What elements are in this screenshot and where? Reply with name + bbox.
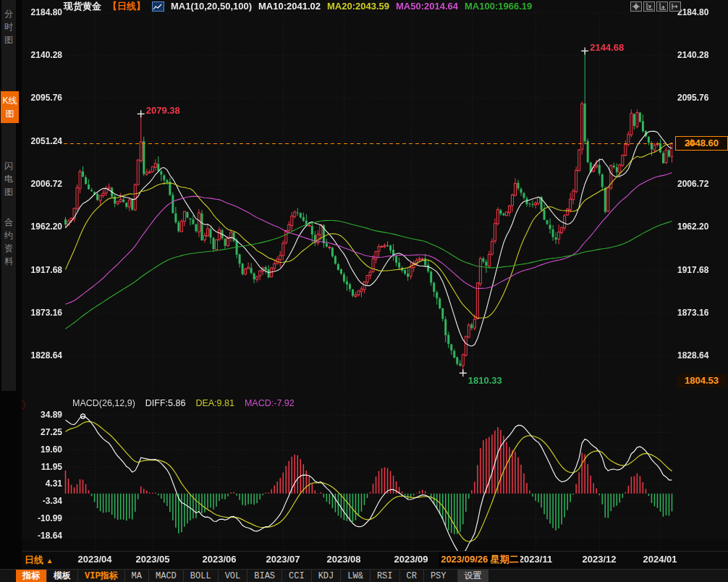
crosshair-date-badge: 2023/09/26 星期二	[439, 552, 520, 567]
ma-values: MA10:2041.02MA20:2043.59MA50:2014.64MA10…	[258, 1, 532, 12]
period-selector[interactable]: 日线 ▲	[25, 554, 54, 567]
ma-value-20: MA20:2043.59	[327, 1, 389, 12]
chart-canvas[interactable]	[0, 0, 728, 582]
toolbar-button-LW&[interactable]: LW&	[340, 570, 370, 582]
toolbar-button-VOL[interactable]: VOL	[218, 570, 247, 582]
pan-right-icon[interactable]	[669, 1, 681, 12]
toolbar-button-CCI[interactable]: CCI	[282, 570, 311, 582]
sidebar-tab-K线图[interactable]: K线图	[1, 91, 19, 123]
price-axis-label: 1962.20	[677, 222, 725, 232]
pan-icon[interactable]	[630, 1, 642, 12]
ma-value-100: MA100:1966.19	[465, 1, 532, 12]
toolbar-button-RSI[interactable]: RSI	[370, 570, 399, 582]
current-price-badge: 2048.60	[675, 136, 728, 151]
price-axis-label: 2184.80	[677, 7, 725, 17]
date-axis-label: 2023/09	[382, 554, 440, 565]
price-axis-label: 2140.28	[677, 50, 725, 60]
price-marker-icon: ▲	[688, 138, 696, 145]
macd-header: MACD(26,12,9) DIFF:5.86 DEA:9.81 MACD:-7…	[72, 398, 295, 408]
ma-group-label: MA1(10,20,50,100)	[171, 1, 252, 12]
date-axis-label: 2023/05	[124, 554, 182, 565]
toolbar-button-PSY[interactable]: PSY	[423, 570, 453, 582]
sidebar-tab-分时图[interactable]: 分时图	[1, 7, 16, 46]
trading-app: { "colors": { "up": "#f4384a", "down": "…	[0, 0, 728, 582]
ma-value-50: MA50:2014.64	[396, 1, 458, 12]
date-axis-label: 2023/04	[66, 554, 124, 565]
scale-x-axis-icon[interactable]	[656, 1, 668, 12]
timeline-separator	[22, 551, 728, 552]
macd-title: MACD(26,12,9)	[72, 398, 135, 408]
price-axis-label: 1828.64	[677, 350, 725, 360]
date-axis-label: 2023/07	[254, 554, 312, 565]
toolbar-button-VIP指标[interactable]: VIP指标	[77, 570, 124, 582]
macd-hist-value: MACD:-7.92	[245, 398, 295, 408]
date-axis-label: 2023/08	[315, 554, 373, 565]
period-selector-label: 日线	[25, 554, 43, 565]
date-axis-label: 2023/12	[570, 554, 628, 565]
date-axis-label: 2023/06	[190, 554, 248, 565]
symbol-title: 现货黄金	[64, 0, 101, 13]
price-axis-label: 2006.72	[677, 179, 725, 189]
toolbar-button-CR[interactable]: CR	[399, 570, 423, 582]
macd-dea-value: DEA:9.81	[195, 398, 234, 408]
chart-toolbar-icons	[630, 1, 681, 12]
price-axis-label: 2095.76	[677, 93, 725, 103]
toolbar-button-模板[interactable]: 模板	[46, 570, 77, 582]
toolbar-button-BOLL[interactable]: BOLL	[183, 570, 218, 582]
price-annotation: 1810.33	[468, 375, 502, 386]
price-annotation: 2079.38	[146, 105, 180, 116]
lowest-price-badge: 1804.53	[677, 374, 727, 387]
toolbar-button-指标[interactable]: 指标	[16, 570, 46, 582]
triangle-up-icon: ▲	[46, 557, 54, 565]
indicator-toolbar: 指标模板VIP指标MAMACDBOLLVOLBIASCCIKDJLW&RSICR…	[0, 569, 728, 582]
macd-diff-value: DIFF:5.86	[145, 398, 186, 408]
price-annotation: 2144.68	[590, 42, 624, 53]
toolbar-button-设置[interactable]: 设置	[457, 570, 488, 582]
ma-value-10: MA10:2041.02	[258, 1, 321, 12]
toolbar-button-MA[interactable]: MA	[124, 570, 148, 582]
ma-chart-icon	[152, 1, 164, 12]
price-axis-label: 1873.16	[677, 308, 725, 318]
toolbar-button-MACD[interactable]: MACD	[148, 570, 183, 582]
sidebar-tab-闪电图[interactable]: 闪电图	[1, 159, 16, 198]
scale-y-axis-icon[interactable]	[643, 1, 655, 12]
price-axis-label: 1917.68	[677, 265, 725, 275]
chart-header: 现货黄金 【日线】 MA1(10,20,50,100) MA10:2041.02…	[64, 1, 532, 12]
sidebar-tab-合约资料[interactable]: 合约资料	[1, 216, 16, 268]
date-axis-label: 2024/01	[631, 554, 689, 565]
period-title: 【日线】	[108, 0, 145, 13]
toolbar-button-BIAS[interactable]: BIAS	[247, 570, 282, 582]
sidebar: 分时图K线图闪电图合约资料	[0, 0, 22, 582]
toolbar-button-KDJ[interactable]: KDJ	[311, 570, 341, 582]
